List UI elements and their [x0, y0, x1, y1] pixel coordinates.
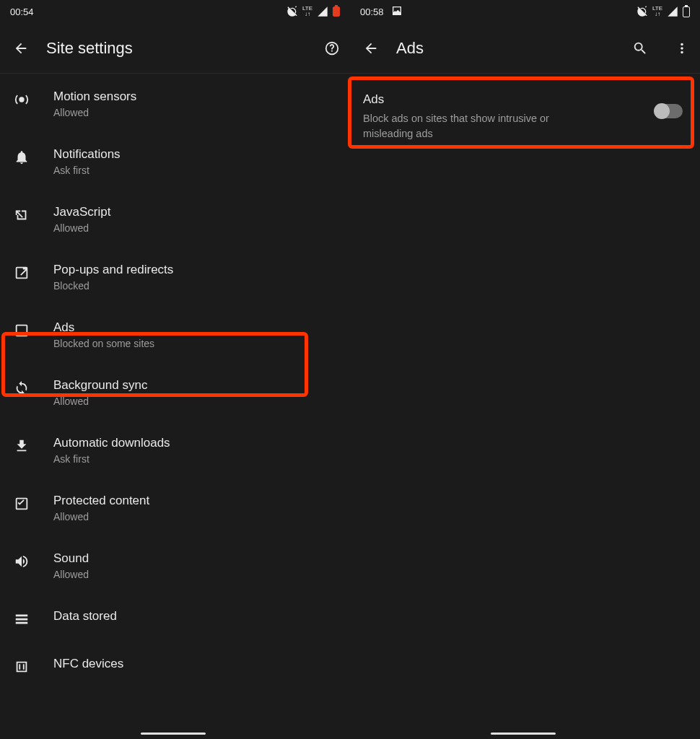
ads-toggle[interactable]: [655, 104, 683, 118]
app-bar: Site settings: [0, 23, 350, 74]
setting-sub: Ask first: [53, 453, 337, 465]
nav-gesture-handle[interactable]: [491, 733, 556, 735]
toggle-description: Block ads on sites that show intrusive o…: [363, 111, 594, 141]
setting-label: Automatic downloads: [53, 436, 337, 450]
search-icon[interactable]: [632, 40, 648, 56]
setting-sub: Blocked on some sites: [53, 338, 337, 349]
setting-label: Notifications: [53, 147, 337, 162]
status-bar: 00:54 LTE↓↑: [0, 0, 350, 23]
setting-label: Background sync: [53, 378, 337, 393]
toggle-title: Ads: [363, 92, 639, 107]
ads-settings-screen: 00:58 LTE↓↑ Ads Ads Block ads on sites t…: [350, 0, 700, 739]
setting-data-stored[interactable]: Data stored: [0, 593, 350, 641]
setting-label: Sound: [53, 551, 337, 566]
alarm-off-icon: [286, 6, 298, 17]
alarm-off-icon: [636, 6, 648, 17]
settings-list[interactable]: Motion sensorsAllowed NotificationsAsk f…: [0, 74, 350, 739]
page-title: Site settings: [46, 39, 307, 58]
setting-auto-downloads[interactable]: Automatic downloadsAsk first: [0, 420, 350, 478]
sync-icon: [14, 380, 30, 396]
setting-label: Ads: [53, 320, 337, 335]
setting-sub: Blocked: [53, 280, 337, 292]
status-icons: LTE↓↑: [286, 6, 340, 17]
status-icons: LTE↓↑: [636, 6, 690, 17]
setting-sub: Allowed: [53, 395, 337, 407]
battery-charging-icon: [683, 6, 690, 17]
setting-sound[interactable]: SoundAllowed: [0, 535, 350, 593]
setting-javascript[interactable]: JavaScriptAllowed: [0, 189, 350, 247]
setting-label: Data stored: [53, 609, 337, 624]
lte-indicator: LTE↓↑: [302, 6, 312, 17]
setting-sub: Allowed: [53, 511, 337, 522]
setting-popups[interactable]: Pop-ups and redirectsBlocked: [0, 247, 350, 305]
setting-label: Pop-ups and redirects: [53, 263, 337, 277]
back-icon[interactable]: [13, 40, 29, 56]
nfc-icon: [14, 659, 30, 675]
popup-icon: [14, 265, 30, 281]
sound-icon: [14, 554, 30, 569]
site-settings-screen: 00:54 LTE↓↑ Site settings Motion sensors…: [0, 0, 350, 739]
setting-motion-sensors[interactable]: Motion sensorsAllowed: [0, 74, 350, 131]
setting-sub: Ask first: [53, 165, 337, 176]
setting-sub: Allowed: [53, 569, 337, 580]
ads-block-toggle-row[interactable]: Ads Block ads on sites that show intrusi…: [350, 74, 700, 153]
download-icon: [14, 438, 30, 454]
status-time: 00:58: [360, 6, 384, 17]
protected-content-icon: [14, 496, 30, 512]
ads-icon: [14, 323, 30, 338]
screenshot-indicator-icon: [391, 5, 403, 19]
back-icon[interactable]: [363, 40, 379, 56]
notifications-icon: [14, 149, 30, 165]
page-title: Ads: [396, 39, 615, 58]
signal-icon: [667, 6, 678, 17]
lte-indicator: LTE↓↑: [652, 6, 662, 17]
setting-background-sync[interactable]: Background syncAllowed: [0, 362, 350, 420]
setting-label: Motion sensors: [53, 89, 337, 104]
setting-ads[interactable]: AdsBlocked on some sites: [0, 305, 350, 362]
nav-gesture-handle[interactable]: [141, 733, 206, 735]
setting-sub: Allowed: [53, 107, 337, 118]
signal-icon: [317, 6, 328, 17]
setting-label: Protected content: [53, 494, 337, 508]
help-icon[interactable]: [324, 40, 340, 56]
data-stored-icon: [14, 611, 30, 627]
setting-label: JavaScript: [53, 205, 337, 219]
battery-low-icon: [333, 6, 340, 17]
setting-label: NFC devices: [53, 657, 337, 671]
toggle-knob: [654, 103, 670, 119]
app-bar: Ads: [350, 23, 700, 74]
overflow-icon[interactable]: [674, 40, 690, 56]
motion-sensors-icon: [14, 92, 30, 108]
setting-protected-content[interactable]: Protected contentAllowed: [0, 478, 350, 535]
javascript-icon: [14, 207, 30, 223]
status-time: 00:54: [10, 6, 34, 17]
setting-nfc[interactable]: NFC devices: [0, 641, 350, 688]
setting-sub: Allowed: [53, 222, 337, 234]
status-bar: 00:58 LTE↓↑: [350, 0, 700, 23]
setting-notifications[interactable]: NotificationsAsk first: [0, 131, 350, 189]
